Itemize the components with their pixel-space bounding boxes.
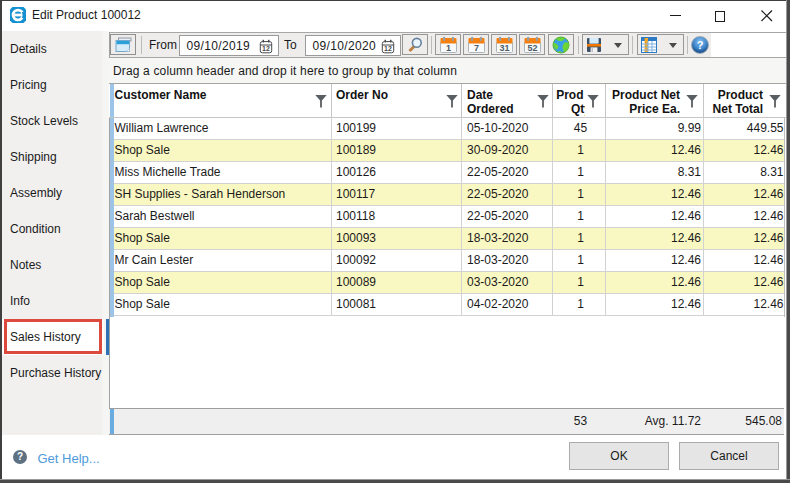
svg-text:52: 52: [527, 42, 537, 52]
svg-text:12: 12: [384, 45, 392, 52]
svg-text:1: 1: [445, 42, 450, 52]
svg-text:7: 7: [473, 42, 478, 52]
svg-text:12: 12: [262, 45, 270, 52]
svg-text:31: 31: [499, 42, 509, 52]
